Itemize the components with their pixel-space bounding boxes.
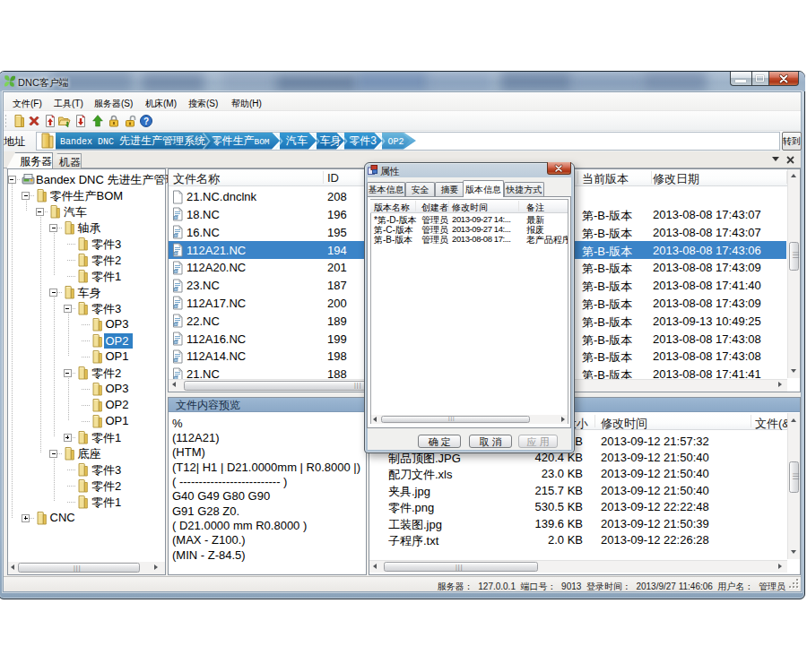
svg-text:?: ?: [143, 116, 149, 126]
